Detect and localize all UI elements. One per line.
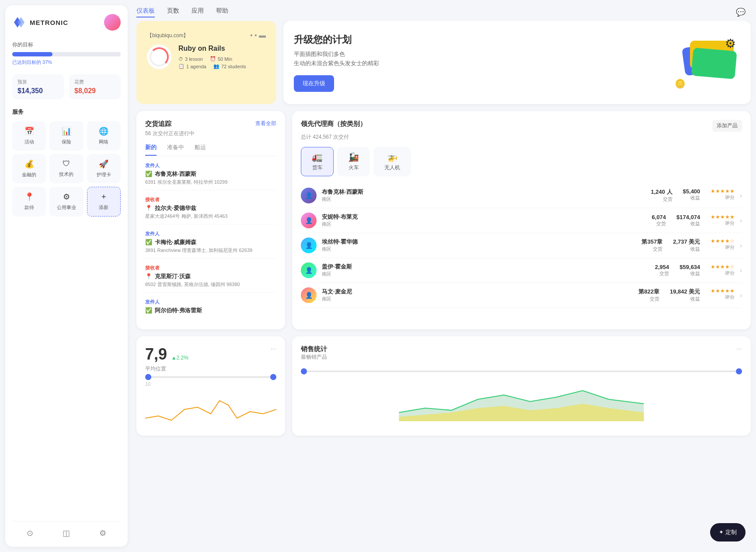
delivery-tab-新的[interactable]: 新的 [145, 143, 157, 156]
meta-row-1: ⏱ 3 lesson ⏰ 50 Min [178, 56, 266, 62]
delivery-tab-船运[interactable]: 船运 [195, 143, 206, 156]
sales-stats-card: 销售统计 最畅销产品 ··· [292, 336, 751, 436]
agent-row-3: 👤 盖伊·霍金斯 南区 2,954 交货 $59,634 收益 ★★★★☆ 评分 [301, 258, 742, 283]
y-axis-labels: 10 [145, 381, 276, 387]
settings-icon[interactable]: ⚙ [99, 528, 106, 538]
expense-value: $8,029 [74, 87, 115, 95]
service-item-网络[interactable]: 🌐 网络 [87, 121, 121, 150]
rating-label: 评分 [711, 244, 735, 251]
budget-label: 预算 [17, 79, 59, 85]
entry-address: 8502 普雷斯顿路, 英格尔伍德, 缅因州 98380 [145, 281, 276, 288]
agent-avatar: 👤 [301, 238, 317, 253]
customize-button[interactable]: ✦ 定制 [710, 523, 746, 542]
delivery-tab-准备中[interactable]: 准备中 [167, 143, 184, 156]
sales-slider-left[interactable] [301, 368, 307, 374]
entry-type: 发件人 [145, 299, 276, 305]
avg-more-button[interactable]: ··· [271, 345, 276, 353]
course-meta: ⏱ 3 lesson ⏰ 50 Min 📋 [178, 56, 266, 69]
add-product-button[interactable]: 添加产品 [712, 120, 742, 132]
nav-link-帮助[interactable]: 帮助 [216, 7, 228, 17]
nav-link-页数[interactable]: 页数 [167, 7, 179, 17]
entry-name: ✅ 卡梅伦·威廉姆森 [145, 238, 276, 246]
logo-text: METRONIC [30, 19, 68, 26]
layers-icon[interactable]: ⊙ [27, 528, 33, 538]
rating-label: 评分 [711, 294, 735, 300]
delivery-entries: 发件人 ✅ 布鲁克林·西蒙斯 6391 埃尔全圣塞莱斯, 特拉华州 10299 … [145, 162, 276, 314]
agent-stats: 第822章 交货 19,842 美元 收益 ★★★★★ 评分 [638, 288, 735, 302]
lessons-meta: ⏱ 3 lesson [178, 56, 203, 62]
service-item-保险[interactable]: 📊 保险 [49, 121, 83, 150]
agent-arrow[interactable]: › [740, 267, 742, 274]
service-item-活动[interactable]: 📅 活动 [12, 121, 46, 150]
agent-tab-货车[interactable]: 🚛 货车 [301, 147, 334, 176]
goal-percent: 已达到目标的 37% [12, 59, 121, 66]
agent-tab-无人机[interactable]: 🚁 无人机 [373, 147, 411, 176]
service-icon: 📍 [24, 192, 34, 202]
course-info: Ruby on Rails ⏱ 3 lesson ⏰ 50 Min [178, 45, 266, 69]
agent-info: 马文·麦金尼 南区 [322, 288, 633, 302]
agent-name: 埃丝特·霍华德 [322, 238, 636, 246]
agent-rating: ★★★★★ 评分 [711, 188, 735, 203]
agent-stats: 第357章 交货 2,737 美元 收益 ★★★★☆ 评分 [641, 238, 735, 252]
y-label-10: 10 [145, 381, 150, 387]
agent-arrow[interactable]: › [740, 192, 742, 199]
agent-revenue: 19,842 美元 收益 [670, 288, 700, 302]
agent-arrow[interactable]: › [740, 217, 742, 224]
agent-stats: 6,074 交货 $174,074 收益 ★★★★★ 评分 [652, 214, 735, 227]
delivery-entry-0: 发件人 ✅ 布鲁克林·西蒙斯 6391 埃尔全圣塞莱斯, 特拉华州 10299 [145, 162, 276, 190]
entry-type: 发件人 [145, 162, 276, 169]
service-item-公用事业[interactable]: ⚙ 公用事业 [49, 187, 83, 217]
entry-icon: ✅ [145, 307, 152, 314]
service-icon: 📅 [24, 126, 34, 136]
file-icon[interactable]: ◫ [63, 528, 70, 538]
revenue-value: $5,400 [683, 188, 700, 195]
view-all-link[interactable]: 查看全部 [255, 120, 276, 127]
agenda-icon: 📋 [178, 63, 185, 69]
entry-address: 3891 Ranchview 理查森博士, 加利福尼亚州 62639 [145, 247, 276, 254]
delivery-entry-2: 发件人 ✅ 卡梅伦·威廉姆森 3891 Ranchview 理查森博士, 加利福… [145, 231, 276, 259]
revenue-value: $59,634 [679, 264, 700, 270]
services-label: 服务 [12, 108, 121, 116]
service-item-添新[interactable]: + 添新 [87, 187, 121, 217]
slider-thumb-left[interactable] [145, 374, 151, 380]
agent-info: 布鲁克林·西蒙斯 南区 [322, 188, 645, 203]
agents-list: 👤 布鲁克林·西蒙斯 南区 1,240 人 交货 $5,400 收益 ★★★★★… [301, 183, 742, 308]
agent-tab-火车[interactable]: 🚂 火车 [337, 147, 370, 176]
entry-name: 📍 克里斯汀·沃森 [145, 273, 276, 280]
slider-track[interactable] [145, 376, 276, 378]
agent-tab-label: 货车 [312, 164, 323, 171]
service-item-款待[interactable]: 📍 款待 [12, 187, 46, 217]
sales-more-button[interactable]: ··· [736, 345, 742, 367]
revenue-label: 收益 [679, 270, 700, 277]
course-dots[interactable]: • • ▬ [250, 31, 266, 39]
nav-link-仪表板[interactable]: 仪表板 [136, 7, 155, 17]
rating-label: 评分 [711, 194, 735, 201]
service-icon: ⚙ [63, 192, 70, 202]
delivery-divider [145, 224, 276, 224]
revenue-label: 收益 [683, 195, 700, 201]
service-item-技术的[interactable]: 🛡 技术的 [49, 154, 83, 183]
transactions-value: 第822章 [638, 288, 659, 296]
service-icon: 🚀 [99, 159, 108, 169]
nav-link-应用[interactable]: 应用 [192, 7, 204, 17]
notification-icon[interactable]: 💬 [736, 7, 746, 17]
delivery-title: 交货追踪 [145, 120, 171, 128]
avatar[interactable] [104, 14, 121, 31]
sales-slider-right[interactable] [736, 368, 742, 374]
slider-thumb-right[interactable] [270, 374, 276, 380]
stars-display: ★★★★☆ [711, 264, 735, 270]
agent-arrow[interactable]: › [740, 292, 742, 299]
agent-region: 南区 [322, 271, 650, 277]
agent-transactions: 第357章 交货 [641, 238, 662, 252]
service-item-金融的[interactable]: 💰 金融的 [12, 154, 46, 183]
agenda-value: 1 agenda [186, 64, 206, 69]
agent-avatar: 👤 [301, 188, 317, 203]
sales-slider-track[interactable] [301, 370, 742, 372]
service-item-护理卡[interactable]: 🚀 护理卡 [87, 154, 121, 183]
upgrade-button[interactable]: 现在升级 [294, 75, 334, 92]
stars-display: ★★★★★ [711, 288, 735, 294]
agent-arrow[interactable]: › [740, 242, 742, 249]
service-icon: 💰 [24, 159, 34, 169]
agent-row-0: 👤 布鲁克林·西蒙斯 南区 1,240 人 交货 $5,400 收益 ★★★★★… [301, 183, 742, 208]
meta-row-2: 📋 1 agenda 👥 72 students [178, 63, 266, 69]
